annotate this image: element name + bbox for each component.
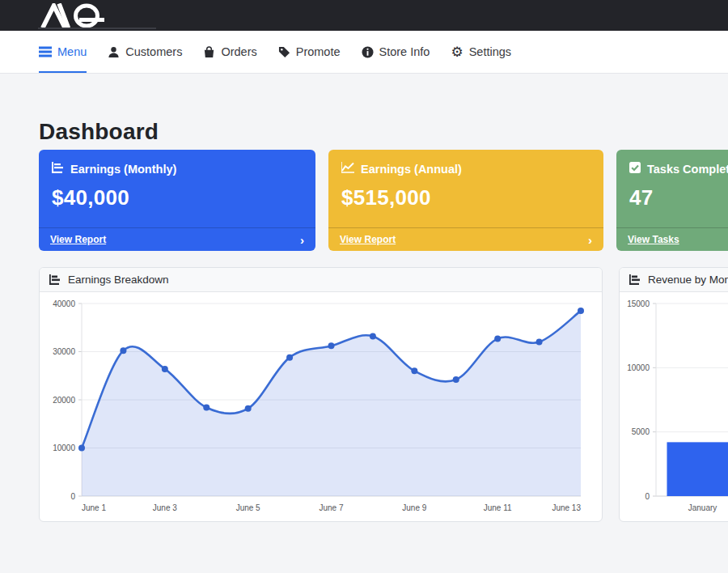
panel-title: Revenue by Month — [648, 274, 728, 286]
nav-item-orders[interactable]: Orders — [203, 31, 256, 73]
nav-item-store-info[interactable]: Store Info — [362, 31, 430, 73]
hamburger-icon — [39, 46, 52, 57]
page-title: Dashboard — [39, 119, 159, 145]
svg-text:June 11: June 11 — [484, 503, 512, 512]
nav-label: Orders — [221, 45, 256, 58]
svg-text:0: 0 — [645, 492, 650, 501]
svg-text:40000: 40000 — [53, 299, 75, 308]
svg-text:10000: 10000 — [53, 444, 75, 452]
svg-text:June 13: June 13 — [552, 503, 581, 512]
main-navbar: Menu Customers Orders Promote Store Info — [0, 31, 728, 74]
svg-text:10000: 10000 — [627, 363, 650, 372]
svg-text:5000: 5000 — [632, 427, 650, 436]
stat-cards-row: Earnings (Monthly) $40,000 View Report ›… — [39, 150, 728, 251]
svg-text:30000: 30000 — [53, 347, 75, 356]
charts-row: Earnings Breakdown 010000200003000040000… — [39, 267, 728, 522]
earnings-annual-card: Earnings (Annual) $515,000 View Report › — [328, 150, 603, 251]
chevron-right-icon: › — [588, 234, 592, 246]
card-title: Tasks Completed — [647, 163, 728, 176]
card-value: $40,000 — [52, 185, 303, 210]
gear-icon: ⚙ — [451, 45, 463, 59]
svg-text:June 1: June 1 — [82, 503, 106, 512]
person-icon — [108, 46, 120, 58]
tag-icon — [278, 46, 290, 58]
logo-underline — [38, 28, 156, 29]
nav-label: Menu — [57, 45, 87, 58]
checkbox-icon — [629, 162, 641, 176]
nav-label: Promote — [296, 45, 341, 58]
card-value: $515,000 — [341, 185, 590, 210]
panel-header: Revenue by Month — [620, 268, 728, 292]
panel-header: Earnings Breakdown — [40, 268, 602, 292]
earnings-breakdown-chart: 010000200003000040000June 1June 3June 5J… — [40, 292, 603, 522]
brand-logo-icon[interactable] — [40, 3, 108, 28]
nav-label: Customers — [125, 45, 182, 58]
nav-label: Settings — [469, 45, 511, 58]
earnings-breakdown-panel: Earnings Breakdown 010000200003000040000… — [39, 267, 603, 522]
nav-item-settings[interactable]: ⚙ Settings — [451, 31, 511, 73]
bag-icon — [203, 46, 215, 58]
panel-title: Earnings Breakdown — [68, 274, 169, 286]
nav-item-menu[interactable]: Menu — [39, 31, 87, 73]
svg-text:June 5: June 5 — [236, 503, 260, 512]
bar-chart-icon — [629, 274, 641, 285]
nav-item-promote[interactable]: Promote — [278, 31, 341, 73]
svg-text:15000: 15000 — [627, 299, 650, 308]
info-circle-icon — [362, 46, 374, 58]
view-report-link[interactable]: View Report › — [39, 227, 315, 251]
card-title: Earnings (Annual) — [361, 163, 462, 176]
view-tasks-link[interactable]: View Tasks › — [616, 227, 728, 251]
view-report-link[interactable]: View Report › — [328, 227, 603, 251]
svg-text:June 7: June 7 — [319, 503, 343, 512]
bar-chart-icon — [52, 162, 64, 176]
top-app-bar — [0, 0, 728, 31]
revenue-by-month-chart: 050001000015000January — [620, 292, 728, 522]
earnings-monthly-card: Earnings (Monthly) $40,000 View Report › — [39, 150, 315, 251]
card-value: 47 — [629, 185, 728, 210]
dashboard-page: Menu Customers Orders Promote Store Info — [0, 0, 728, 573]
bar-chart-icon — [49, 274, 61, 285]
nav-item-customers[interactable]: Customers — [108, 31, 182, 73]
svg-text:June 3: June 3 — [153, 503, 177, 512]
svg-text:June 9: June 9 — [402, 503, 426, 512]
tasks-completed-card: Tasks Completed 47 View Tasks › — [616, 150, 728, 251]
svg-text:20000: 20000 — [53, 396, 75, 405]
chevron-right-icon: › — [300, 234, 304, 246]
revenue-by-month-panel: Revenue by Month 050001000015000January — [619, 267, 728, 522]
svg-text:0: 0 — [70, 492, 75, 501]
card-title: Earnings (Monthly) — [70, 163, 176, 176]
svg-text:January: January — [688, 503, 717, 512]
nav-label: Store Info — [379, 45, 430, 58]
line-chart-icon — [341, 162, 354, 176]
